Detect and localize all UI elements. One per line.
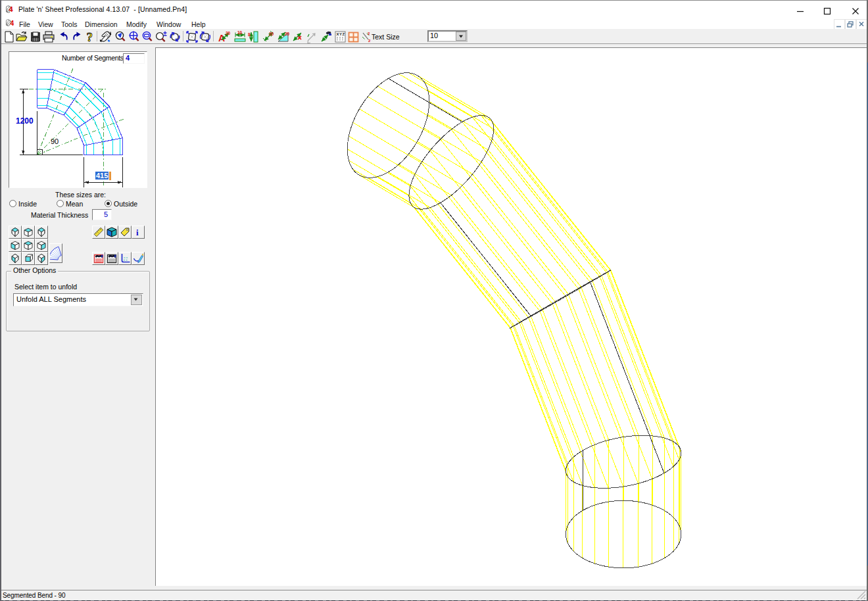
svg-text:20: 20 (226, 31, 231, 36)
svg-text:2: 2 (368, 39, 371, 43)
svg-text:4: 4 (10, 20, 14, 27)
svg-text:?: ? (87, 30, 93, 43)
svg-text:XYZ: XYZ (337, 32, 345, 36)
svg-text:8: 8 (248, 32, 251, 37)
svg-text:20: 20 (269, 32, 274, 36)
svg-text:4: 4 (9, 5, 14, 13)
svg-text:i: i (136, 228, 139, 237)
svg-text:2: 2 (368, 32, 370, 36)
svg-text:20: 20 (285, 32, 290, 36)
svg-text:10: 10 (237, 30, 243, 35)
